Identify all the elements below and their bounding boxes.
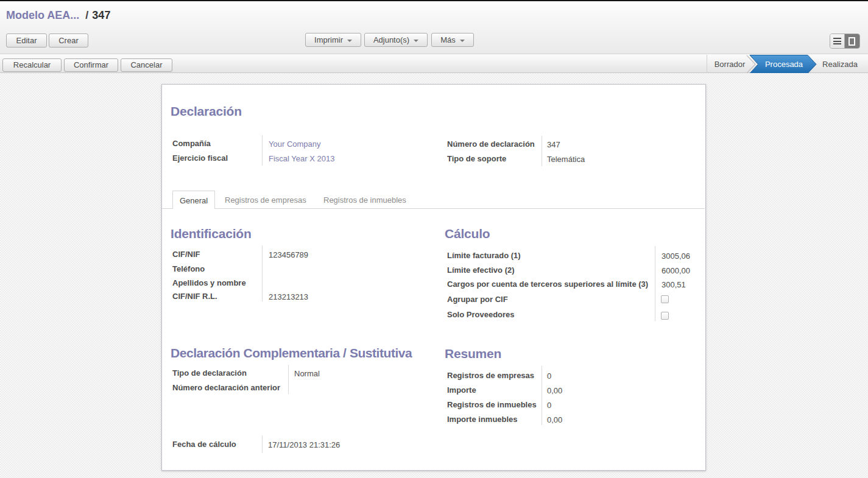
svg-text:Borrador: Borrador: [715, 60, 746, 69]
svg-text:Realizada: Realizada: [822, 60, 858, 69]
svg-text:Procesada: Procesada: [765, 60, 803, 69]
